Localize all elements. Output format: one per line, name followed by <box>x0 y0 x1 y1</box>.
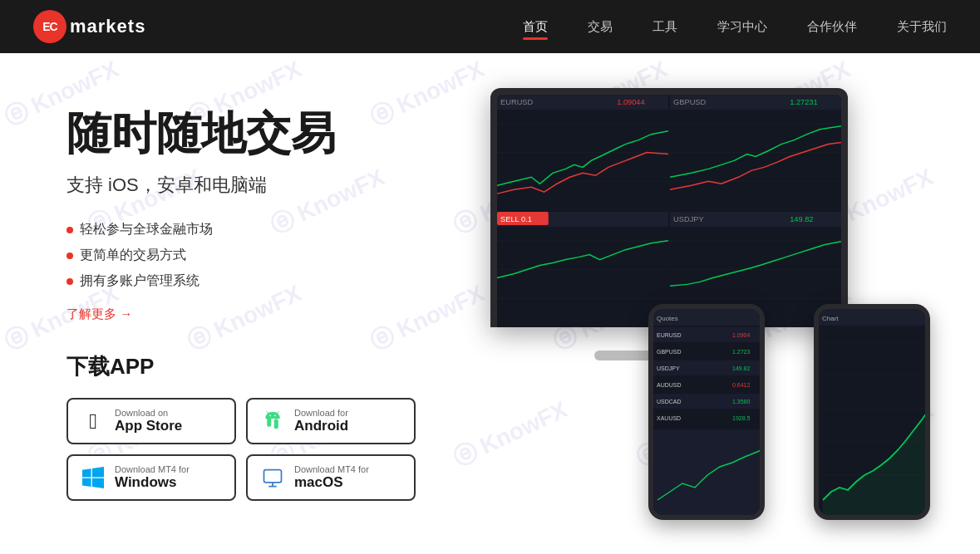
svg-text:EURUSD: EURUSD <box>657 332 682 338</box>
nav-item-trade[interactable]: 交易 <box>588 19 613 35</box>
download-title: 下载APP <box>66 352 465 381</box>
feature-item-3: 拥有多账户管理系统 <box>66 272 465 290</box>
apple-icon:  <box>80 408 106 434</box>
hero-left: 随时随地交易 支持 iOS，安卓和电脑端 轻松参与全球金融市场 更简单的交易方式… <box>66 106 465 502</box>
navbar: EC markets 首页 交易 工具 学习中心 合作伙伴 关于我们 <box>0 0 980 53</box>
learn-more-link[interactable]: 了解更多 → <box>66 306 132 322</box>
macos-button[interactable]: Download MT4 for macOS <box>246 454 416 501</box>
nav-item-about[interactable]: 关于我们 <box>897 19 947 35</box>
svg-text:1.2723: 1.2723 <box>732 349 751 355</box>
windows-icon <box>80 464 106 491</box>
hero-subtitle: 支持 iOS，安卓和电脑端 <box>66 173 465 198</box>
svg-rect-50 <box>653 429 760 515</box>
svg-text:USDJPY: USDJPY <box>657 365 680 371</box>
svg-text:1.0904: 1.0904 <box>732 332 751 338</box>
svg-text:Quotes: Quotes <box>657 315 678 322</box>
logo-text: markets <box>70 16 145 37</box>
svg-text:AUDUSD: AUDUSD <box>657 382 682 388</box>
bullet-icon <box>66 227 73 233</box>
svg-text:149.82: 149.82 <box>732 365 751 371</box>
svg-text:1928.5: 1928.5 <box>732 415 751 421</box>
appstore-button[interactable]:  Download on App Store <box>66 398 236 444</box>
windows-button[interactable]: Download MT4 for Windows <box>66 454 236 501</box>
bullet-icon <box>66 252 73 259</box>
macos-icon <box>259 464 286 491</box>
phone-right-mockup: Chart <box>814 304 930 520</box>
feature-item-1: 轻松参与全球金融市场 <box>66 221 465 238</box>
svg-text:0.6412: 0.6412 <box>732 382 751 388</box>
bullet-icon <box>66 278 73 285</box>
feature-item-2: 更简单的交易方式 <box>66 247 465 264</box>
features-list: 轻松参与全球金融市场 更简单的交易方式 拥有多账户管理系统 <box>66 221 465 290</box>
nav-item-home[interactable]: 首页 <box>523 19 548 35</box>
download-buttons:  Download on App Store Download for And… <box>66 398 416 501</box>
logo-icon: EC <box>33 10 66 43</box>
svg-text:USDJPY: USDJPY <box>673 215 704 223</box>
hero-section: ⓔ KnowFX ⓔ KnowFX ⓔ KnowFX ⓔ KnowFX ⓔ Kn… <box>0 53 980 554</box>
phone-left-mockup: Quotes EURUSD 1.0904 GBPUSD 1.2723 USDJP… <box>648 304 765 520</box>
svg-text:Chart: Chart <box>822 315 839 322</box>
nav-item-partners[interactable]: 合作伙伴 <box>807 19 857 35</box>
android-icon <box>259 408 286 434</box>
svg-text:EURUSD: EURUSD <box>500 98 534 106</box>
nav-item-learn[interactable]: 学习中心 <box>717 19 767 35</box>
svg-text:1.09044: 1.09044 <box>617 98 644 106</box>
nav-item-tools[interactable]: 工具 <box>653 19 677 35</box>
svg-text:149.82: 149.82 <box>790 215 813 223</box>
svg-text:GBPUSD: GBPUSD <box>673 98 707 106</box>
svg-text:1.3580: 1.3580 <box>732 399 751 404</box>
trading-chart: EURUSD 1.09044 <box>497 95 841 327</box>
svg-text:USDCAD: USDCAD <box>657 399 682 404</box>
svg-text:SELL 0.1: SELL 0.1 <box>500 215 532 223</box>
svg-text:XAUUSD: XAUUSD <box>657 415 681 421</box>
svg-rect-0 <box>264 470 282 483</box>
android-button[interactable]: Download for Android <box>246 398 416 444</box>
svg-text:1.27231: 1.27231 <box>790 98 817 106</box>
logo[interactable]: EC markets <box>33 10 145 43</box>
nav-links: 首页 交易 工具 学习中心 合作伙伴 关于我们 <box>523 19 947 35</box>
hero-devices: EURUSD 1.09044 <box>465 88 930 520</box>
hero-title: 随时随地交易 <box>66 106 465 160</box>
svg-text:GBPUSD: GBPUSD <box>657 349 682 355</box>
